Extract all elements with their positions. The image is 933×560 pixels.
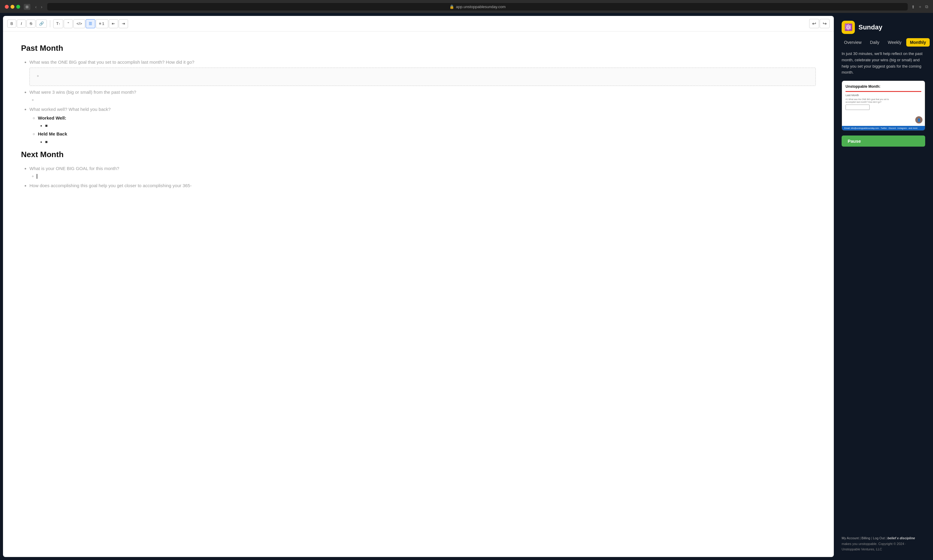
sub-list: Worked Well: ■ Held Me Back ■ bbox=[29, 115, 816, 145]
preview-card-inner: Unstoppable Month: Last Month #1 What wa… bbox=[842, 81, 925, 126]
browser-navigation: ‹ › bbox=[34, 4, 43, 10]
log-out-link[interactable]: Log Out bbox=[873, 536, 885, 540]
share-button[interactable]: ⬆ bbox=[911, 5, 915, 9]
list-item: How does accomplishing this goal help yo… bbox=[29, 182, 816, 189]
avatar-image: 👤 bbox=[915, 116, 922, 123]
editor-content[interactable]: Past Month What was the ONE BIG goal tha… bbox=[3, 32, 834, 557]
editor-panel: B I S 🔗 T↑ " </> ☰ ≡１ ⇤ ⇥ ↩ ↪ bbox=[3, 16, 834, 557]
nested-list bbox=[29, 173, 816, 179]
outdent-button[interactable]: ⇤ bbox=[109, 19, 118, 28]
preview-bottom-text: Email: info@unstoppablesunday.com · Twit… bbox=[844, 127, 918, 129]
tagline-bold: belief x discipline bbox=[887, 536, 915, 540]
preview-field-description: #1 What was the ONE BIG goal that you se… bbox=[845, 98, 900, 103]
preview-card: Unstoppable Month: Last Month #1 What wa… bbox=[842, 80, 925, 131]
sub-list-item: Held Me Back ■ bbox=[38, 131, 816, 145]
forward-button[interactable]: › bbox=[40, 4, 43, 10]
past-month-list: What was the ONE BIG goal that you set t… bbox=[21, 59, 816, 145]
redo-button[interactable]: ↪ bbox=[820, 19, 830, 28]
browser-chrome: ⊞ ‹ › 🔒 app.unstoppablesunday.com ⬆ ＋ ⧉ bbox=[0, 0, 933, 13]
nav-tabs: Overview Daily Weekly Monthly bbox=[837, 38, 930, 51]
held-back-label: Held Me Back bbox=[38, 131, 67, 136]
traffic-lights bbox=[5, 5, 20, 9]
link-button[interactable]: 🔗 bbox=[36, 20, 47, 28]
app-title: Sunday bbox=[858, 23, 882, 31]
worked-well-label: Worked Well: bbox=[38, 115, 66, 120]
preview-red-bar bbox=[845, 91, 921, 92]
list-item: What was the ONE BIG goal that you set t… bbox=[29, 59, 816, 86]
nested-list-item bbox=[42, 73, 811, 79]
list-item-text: What is your ONE BIG GOAL for this month… bbox=[29, 166, 119, 171]
app-logo: ⚛️ bbox=[842, 21, 855, 34]
lock-icon: 🔒 bbox=[450, 5, 454, 9]
list-item: What is your ONE BIG GOAL for this month… bbox=[29, 165, 816, 180]
sidebar-toggle-button[interactable]: ⊞ bbox=[24, 4, 30, 10]
text-format-group: B I S 🔗 bbox=[7, 20, 47, 28]
past-month-heading: Past Month bbox=[21, 43, 816, 53]
preview-input-box bbox=[845, 105, 870, 110]
app-header: ⚛️ Sunday bbox=[837, 16, 930, 38]
text-cursor bbox=[37, 174, 37, 179]
list-item-text: What were 3 wins (big or small) from the… bbox=[29, 89, 136, 95]
tab-overview[interactable]: Overview bbox=[841, 38, 865, 46]
tab-overview-button[interactable]: ⧉ bbox=[925, 4, 928, 9]
next-month-list: What is your ONE BIG GOAL for this month… bbox=[21, 165, 816, 189]
logo-icon: ⚛️ bbox=[844, 23, 853, 31]
list-item: What worked well? What held you back? Wo… bbox=[29, 106, 816, 145]
browser-actions: ⬆ ＋ ⧉ bbox=[911, 4, 928, 9]
sidebar-panel: ⚛️ Sunday Overview Daily Weekly Monthly … bbox=[837, 16, 930, 557]
sidebar-description: In just 30 minutes, we'll help reflect o… bbox=[837, 51, 930, 80]
block-format-group: T↑ " </> ☰ ≡１ ⇤ ⇥ bbox=[53, 19, 128, 28]
preview-field-label: Last Month bbox=[845, 94, 921, 97]
address-bar[interactable]: 🔒 app.unstoppablesunday.com bbox=[47, 3, 908, 11]
bullet-list-button[interactable]: ☰ bbox=[86, 19, 95, 28]
preview-bottom-bar: Email: info@unstoppablesunday.com · Twit… bbox=[842, 126, 925, 131]
list-item-text: What was the ONE BIG goal that you set t… bbox=[29, 60, 194, 65]
bold-button[interactable]: B bbox=[7, 20, 16, 28]
held-back-bullets: ■ bbox=[38, 139, 816, 145]
tab-monthly[interactable]: Monthly bbox=[906, 38, 930, 46]
indent-button[interactable]: ⇥ bbox=[119, 19, 128, 28]
url-text: app.unstoppablesunday.com bbox=[456, 5, 506, 9]
bullet-item: ■ bbox=[45, 139, 816, 145]
app-body: B I S 🔗 T↑ " </> ☰ ≡１ ⇤ ⇥ ↩ ↪ bbox=[0, 13, 933, 560]
next-month-heading: Next Month bbox=[21, 150, 816, 159]
nested-list-item bbox=[37, 97, 816, 103]
italic-button[interactable]: I bbox=[17, 20, 26, 28]
back-button[interactable]: ‹ bbox=[34, 4, 38, 10]
heading-button[interactable]: T↑ bbox=[53, 19, 63, 28]
history-group: ↩ ↪ bbox=[809, 19, 830, 28]
preview-card-title: Unstoppable Month: bbox=[845, 85, 921, 89]
close-button[interactable] bbox=[5, 5, 9, 9]
quote-button[interactable]: " bbox=[64, 19, 73, 28]
list-item-text: How does accomplishing this goal help yo… bbox=[29, 183, 191, 188]
ordered-list-button[interactable]: ≡１ bbox=[96, 19, 108, 28]
my-account-link[interactable]: My Account bbox=[842, 536, 859, 540]
list-item-text: What worked well? What held you back? bbox=[29, 107, 111, 112]
undo-button[interactable]: ↩ bbox=[809, 19, 819, 28]
nested-list-item-cursor[interactable] bbox=[37, 173, 816, 179]
dashed-input-box[interactable] bbox=[29, 68, 816, 86]
code-button[interactable]: </> bbox=[73, 19, 85, 28]
maximize-button[interactable] bbox=[16, 5, 20, 9]
nested-list bbox=[29, 97, 816, 103]
preview-avatar: 👤 bbox=[915, 116, 922, 123]
tagline-rest: makes you unstoppable. Copyright © 2024 … bbox=[842, 542, 906, 551]
strikethrough-button[interactable]: S bbox=[26, 20, 35, 28]
worked-well-bullets: ■ bbox=[38, 123, 816, 129]
sidebar-footer: My Account | Billing | Log Out | belief … bbox=[837, 535, 930, 557]
tab-daily[interactable]: Daily bbox=[866, 38, 883, 46]
editor-toolbar: B I S 🔗 T↑ " </> ☰ ≡１ ⇤ ⇥ ↩ ↪ bbox=[3, 16, 834, 32]
toolbar-separator-1 bbox=[50, 20, 50, 27]
minimize-button[interactable] bbox=[11, 5, 14, 9]
pause-button[interactable]: Pause bbox=[842, 135, 925, 147]
tab-weekly[interactable]: Weekly bbox=[884, 38, 905, 46]
billing-link[interactable]: Billing bbox=[861, 536, 870, 540]
new-tab-button[interactable]: ＋ bbox=[918, 4, 922, 9]
sub-list-item: Worked Well: ■ bbox=[38, 115, 816, 129]
list-item: What were 3 wins (big or small) from the… bbox=[29, 89, 816, 103]
bullet-item: ■ bbox=[45, 123, 816, 129]
nested-list bbox=[35, 73, 811, 79]
